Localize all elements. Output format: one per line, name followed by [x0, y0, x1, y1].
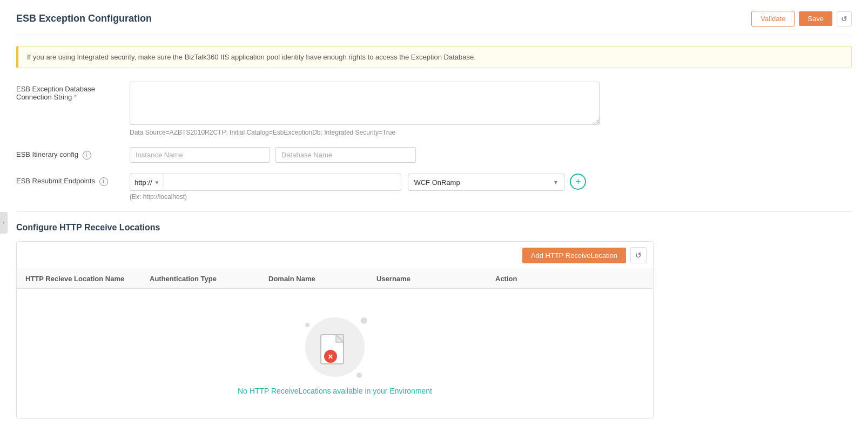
col-username: Username — [376, 275, 495, 283]
http-section-title: Configure HTTP Receive Locations — [16, 223, 852, 233]
resubmit-inputs: http:// ▼ WCF OnRamp ▼ + — [130, 174, 852, 191]
itinerary-label: ESB Itinerary config i — [16, 147, 130, 160]
empty-state: × No HTTP ReceiveLocations available in … — [238, 312, 432, 395]
col-location-name: HTTP Recieve Location Name — [25, 275, 150, 283]
dot-tl — [305, 323, 309, 327]
table-refresh-icon: ↺ — [635, 251, 642, 260]
resubmit-inputs-area: http:// ▼ WCF OnRamp ▼ + (Ex: http://loc… — [130, 174, 852, 201]
wcf-chevron-icon: ▼ — [553, 179, 559, 185]
http-section: Configure HTTP Receive Locations Add HTT… — [16, 223, 852, 419]
endpoint-input[interactable] — [164, 174, 401, 191]
refresh-icon: ↺ — [841, 15, 847, 23]
connection-string-hint: Data Source=AZBTS2010R2CTP; Initial Cata… — [130, 129, 852, 136]
col-domain-name: Domain Name — [268, 275, 376, 283]
page-title: ESB Exception Configuration — [16, 13, 152, 24]
col-action: Action — [495, 275, 644, 283]
header-refresh-button[interactable]: ↺ — [837, 11, 852, 26]
page-header: ESB Exception Configuration Validate Sav… — [16, 11, 852, 35]
database-name-input[interactable] — [275, 147, 416, 163]
connection-string-row: ESB Exception Database Connection String… — [16, 82, 852, 136]
protocol-chevron-icon: ▼ — [154, 180, 160, 185]
wcf-value: WCF OnRamp — [414, 178, 460, 187]
col-auth-type: Authentication Type — [150, 275, 268, 283]
itinerary-info-icon[interactable]: i — [83, 151, 91, 160]
add-endpoint-button[interactable]: + — [570, 174, 586, 190]
info-banner-text: If you are using Integrated security, ma… — [27, 53, 476, 61]
table-refresh-button[interactable]: ↺ — [630, 247, 647, 263]
resubmit-info-icon[interactable]: i — [99, 177, 108, 186]
info-banner: If you are using Integrated security, ma… — [16, 46, 852, 68]
required-indicator: * — [74, 93, 77, 101]
page-container: ‹ ESB Exception Configuration Validate S… — [0, 0, 868, 445]
file-icon-container: × — [320, 328, 350, 367]
table-body: × No HTTP ReceiveLocations available in … — [17, 289, 653, 419]
endpoint-hint: (Ex: http://localhost) — [130, 193, 852, 201]
dot-br — [356, 373, 362, 378]
add-location-button[interactable]: Add HTTP ReceiveLocation — [522, 248, 626, 263]
itinerary-inputs — [130, 147, 852, 163]
instance-name-input[interactable] — [130, 147, 270, 163]
svg-text:×: × — [328, 352, 333, 361]
add-icon: + — [575, 176, 581, 188]
wcf-select[interactable]: WCF OnRamp ▼ — [408, 174, 564, 191]
itinerary-row: ESB Itinerary config i — [16, 147, 852, 163]
header-actions: Validate Save ↺ — [751, 11, 852, 26]
save-button[interactable]: Save — [799, 11, 832, 26]
form-section: ESB Exception Database Connection String… — [16, 82, 852, 201]
connection-string-textarea[interactable] — [130, 82, 600, 125]
protocol-value: http:// — [134, 178, 152, 187]
empty-state-icon-wrap: × — [297, 312, 373, 382]
validate-button[interactable]: Validate — [751, 11, 795, 26]
itinerary-inputs-area — [130, 147, 852, 163]
section-divider — [16, 211, 852, 212]
file-icon: × — [320, 328, 350, 365]
connection-string-label: ESB Exception Database Connection String… — [16, 82, 130, 101]
side-toggle[interactable]: ‹ — [0, 212, 8, 234]
http-table-container: Add HTTP ReceiveLocation ↺ HTTP Recieve … — [16, 241, 654, 419]
table-header: HTTP Recieve Location Name Authenticatio… — [17, 269, 653, 289]
resubmit-row: ESB Resubmit Endpoints i http:// ▼ WCF O… — [16, 174, 852, 201]
resubmit-label: ESB Resubmit Endpoints i — [16, 174, 130, 186]
empty-state-text: No HTTP ReceiveLocations available in yo… — [238, 387, 432, 395]
table-toolbar: Add HTTP ReceiveLocation ↺ — [17, 242, 653, 269]
dot-tr — [361, 317, 367, 324]
protocol-select[interactable]: http:// ▼ — [130, 174, 164, 191]
connection-string-area: Data Source=AZBTS2010R2CTP; Initial Cata… — [130, 82, 852, 136]
